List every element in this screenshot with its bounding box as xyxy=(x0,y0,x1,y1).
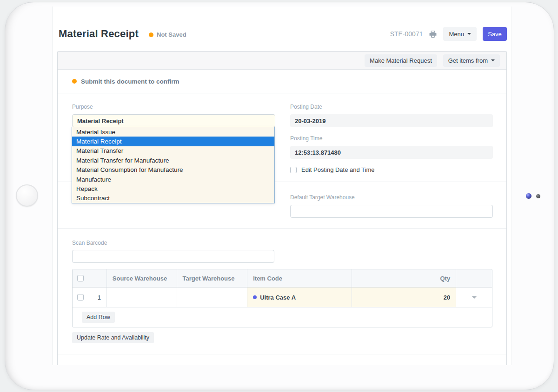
items-table-footer: Add Row xyxy=(73,307,492,327)
make-material-request-button[interactable]: Make Material Request xyxy=(365,54,437,67)
purpose-option[interactable]: Material Transfer xyxy=(72,146,274,156)
header-item-code: Item Code xyxy=(247,269,352,287)
header-expand-cell xyxy=(456,269,492,287)
purpose-option-selected[interactable]: Material Receipt xyxy=(72,137,274,146)
add-row-button[interactable]: Add Row xyxy=(82,312,115,323)
header-actions: STE-00071 Menu Save xyxy=(390,27,507,41)
purpose-option[interactable]: Material Transfer for Manufacture xyxy=(72,156,274,165)
cell-expand[interactable] xyxy=(456,287,492,307)
alert-message: Submit this document to confirm xyxy=(81,78,179,85)
item-code-text: Ultra Case A xyxy=(260,294,296,301)
save-button[interactable]: Save xyxy=(483,27,507,41)
posting-time-field[interactable]: 12:53:13.871480 xyxy=(290,146,493,159)
posting-date-label: Posting Date xyxy=(290,104,493,110)
camera-icon xyxy=(526,193,531,199)
purpose-option[interactable]: Material Issue xyxy=(72,127,274,137)
header-qty: Qty xyxy=(352,269,456,287)
printer-icon xyxy=(429,30,437,38)
status-badge: Not Saved xyxy=(149,31,186,38)
status-text: Not Saved xyxy=(157,31,186,38)
get-items-from-label: Get items from xyxy=(448,57,488,64)
header-select-cell xyxy=(73,269,107,287)
default-target-warehouse-label: Default Target Warehouse xyxy=(290,194,493,201)
items-table: Source Warehouse Target Warehouse Item C… xyxy=(72,269,492,327)
row-select-cell: 1 xyxy=(73,287,107,307)
app-screen: Material Receipt Not Saved STE-00071 Men… xyxy=(52,7,512,365)
edit-posting-label: Edit Posting Date and Time xyxy=(301,166,375,173)
form-toolbar: Make Material Request Get items from xyxy=(58,52,506,70)
default-target-warehouse-input[interactable] xyxy=(290,205,493,218)
row-checkbox[interactable] xyxy=(77,294,84,301)
sensor-icon xyxy=(536,194,540,198)
scan-barcode-input[interactable] xyxy=(72,250,274,263)
header-source-warehouse: Source Warehouse xyxy=(107,269,177,287)
purpose-option[interactable]: Manufacture xyxy=(72,175,274,184)
purpose-dropdown: Material Issue Material Receipt Material… xyxy=(72,127,275,203)
edit-posting-row: Edit Posting Date and Time xyxy=(290,166,493,173)
document-id: STE-00071 xyxy=(390,30,423,38)
section-next xyxy=(58,354,506,365)
purpose-label: Purpose xyxy=(72,104,275,110)
chevron-down-icon xyxy=(472,296,477,299)
select-all-checkbox[interactable] xyxy=(77,275,84,281)
cell-item-code[interactable]: Ultra Case A xyxy=(247,287,352,307)
cell-qty[interactable]: 20 xyxy=(352,287,456,307)
header-target-warehouse: Target Warehouse xyxy=(177,269,248,287)
purpose-option[interactable]: Subcontract xyxy=(72,194,274,203)
cell-source-warehouse[interactable] xyxy=(107,287,177,307)
get-items-from-button[interactable]: Get items from xyxy=(443,54,500,67)
scan-barcode-label: Scan Barcode xyxy=(72,240,107,246)
form-panel: Make Material Request Get items from Sub… xyxy=(57,51,507,365)
row-index: 1 xyxy=(98,294,101,301)
qty-value: 20 xyxy=(444,294,450,301)
print-button[interactable] xyxy=(429,30,437,38)
caret-down-icon xyxy=(491,59,495,61)
item-status-dot-icon xyxy=(253,295,257,299)
menu-button-label: Menu xyxy=(449,31,464,38)
menu-button[interactable]: Menu xyxy=(443,27,477,41)
home-button[interactable] xyxy=(16,184,38,207)
posting-time-label: Posting Time xyxy=(290,135,493,142)
purpose-option[interactable]: Material Consumption for Manufacture xyxy=(72,165,274,175)
submit-alert: Submit this document to confirm xyxy=(58,70,506,93)
cell-target-warehouse[interactable] xyxy=(177,287,248,307)
items-table-header: Source Warehouse Target Warehouse Item C… xyxy=(73,269,492,287)
edit-posting-checkbox[interactable] xyxy=(290,167,297,173)
update-rate-button[interactable]: Update Rate and Availability xyxy=(72,332,154,343)
page-title: Material Receipt xyxy=(59,28,139,40)
posting-date-field[interactable]: 20-03-2019 xyxy=(290,114,493,127)
purpose-option[interactable]: Repack xyxy=(72,184,274,193)
caret-down-icon xyxy=(467,33,471,35)
section-items: Scan Barcode Source Warehouse Target War… xyxy=(58,229,506,354)
alert-dot-icon xyxy=(72,79,77,84)
status-dot-icon xyxy=(149,33,153,37)
purpose-select[interactable]: Material Receipt xyxy=(72,114,275,127)
table-row[interactable]: 1 Ultra Case A 20 xyxy=(73,287,492,307)
